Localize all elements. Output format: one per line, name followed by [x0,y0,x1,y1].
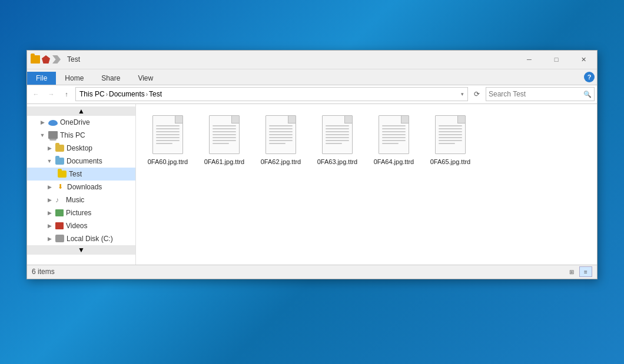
downloads-icon: ⬇ [55,183,65,191]
arrow-icon [52,55,61,64]
address-bar: ← → ↑ This PC › Documents › Test ▾ ⟳ 🔍 [27,85,597,104]
file-label: 0FA60.jpg.ttrd [148,158,188,166]
file-icon [320,114,355,156]
file-item[interactable]: 0FA64.jpg.ttrd [368,110,420,170]
folder-icon-documents [55,158,64,165]
sidebar-item-desktop[interactable]: ▶ Desktop [27,142,135,155]
file-icon [207,114,242,156]
sidebar-item-this-pc[interactable]: ▼ This PC [27,129,135,142]
expand-icon-pictures: ▶ [46,209,53,216]
address-path[interactable]: This PC › Documents › Test ▾ [75,87,468,101]
list-view-button[interactable]: ≡ [579,266,592,277]
folder-icon-desktop [55,145,64,152]
file-label: 0FA62.jpg.ttrd [261,158,301,166]
explorer-window: Test ─ □ ✕ File Home Share View ? ← → ↑ … [26,50,598,279]
main-area: ▲ ▶ OneDrive ▼ This PC ▶ Desktop [27,104,597,265]
expand-icon-documents: ▼ [46,158,53,165]
minimize-button[interactable]: ─ [516,50,543,69]
sidebar-label-documents: Documents [67,157,102,165]
refresh-button[interactable]: ⟳ [470,88,483,101]
grid-view-button[interactable]: ⊞ [565,266,578,277]
sidebar-label-videos: Videos [66,222,87,230]
sidebar-item-videos[interactable]: ▶ Videos [27,219,135,232]
search-input[interactable] [489,90,583,98]
expand-icon-videos: ▶ [46,222,53,229]
sidebar-label-this-pc: This PC [60,131,85,139]
tab-home[interactable]: Home [56,72,92,85]
title-bar-icons [27,55,65,64]
file-label: 0FA63.jpg.ttrd [317,158,358,166]
maximize-button[interactable]: □ [543,50,570,69]
expand-icon-this-pc: ▼ [39,132,46,139]
path-documents[interactable]: Documents [109,90,145,98]
window-title: Test [65,55,516,64]
file-label: 0FA64.jpg.ttrd [374,158,414,166]
file-label: 0FA65.jpg.ttrd [430,158,471,166]
file-icon [433,114,468,156]
sidebar-label-music: Music [66,196,84,204]
pictures-icon [55,209,64,216]
file-item[interactable]: 0FA62.jpg.ttrd [255,110,307,170]
expand-icon-onedrive: ▶ [39,119,46,126]
sidebar-item-local-disk[interactable]: ▶ Local Disk (C:) [27,232,135,245]
ribbon: File Home Share View ? [27,69,597,85]
sidebar-scroll-down[interactable]: ▼ [27,245,135,255]
sidebar-scroll-up[interactable]: ▲ [27,106,135,116]
path-dropdown-icon[interactable]: ▾ [461,91,464,97]
search-box[interactable]: 🔍 [486,87,595,101]
sidebar-label-pictures: Pictures [66,209,91,217]
sidebar-label-test: Test [69,170,82,178]
sidebar: ▲ ▶ OneDrive ▼ This PC ▶ Desktop [27,104,136,265]
path-test[interactable]: Test [149,90,162,98]
path-this-pc[interactable]: This PC [79,90,105,98]
file-icon [376,114,411,156]
pc-icon [48,131,58,139]
help-button[interactable]: ? [584,72,595,82]
file-grid: 0FA60.jpg.ttrd0FA61.jpg.ttrd0FA62.jpg.tt… [142,110,591,170]
tab-share[interactable]: Share [92,72,129,85]
file-icon [263,114,298,156]
file-icon [150,114,185,156]
expand-icon-downloads: ▶ [46,183,53,191]
tab-view[interactable]: View [129,72,162,85]
title-bar: Test ─ □ ✕ [27,51,597,69]
file-item[interactable]: 0FA60.jpg.ttrd [142,110,194,170]
sidebar-label-desktop: Desktop [67,144,92,152]
expand-icon-desktop: ▶ [46,145,53,152]
ribbon-tabs: File Home Share View ? [27,69,597,85]
sidebar-item-documents[interactable]: ▼ Documents [27,155,135,168]
close-button[interactable]: ✕ [570,50,597,69]
sidebar-label-onedrive: OneDrive [60,118,90,126]
sidebar-item-onedrive[interactable]: ▶ OneDrive [27,116,135,129]
file-item[interactable]: 0FA61.jpg.ttrd [198,110,250,170]
status-bar: 6 items ⊞ ≡ [27,265,597,279]
forward-button[interactable]: → [45,88,58,101]
folder-icon-test [58,171,67,178]
folder-icon-title [31,55,40,64]
sidebar-item-pictures[interactable]: ▶ Pictures [27,206,135,219]
cloud-icon [48,120,58,126]
path-sep-1: › [106,91,108,98]
file-label: 0FA61.jpg.ttrd [204,158,245,166]
sidebar-item-test[interactable]: Test [27,168,135,181]
view-buttons: ⊞ ≡ [565,266,592,277]
back-button[interactable]: ← [29,88,42,101]
file-item[interactable]: 0FA65.jpg.ttrd [424,110,476,170]
sidebar-label-downloads: Downloads [67,183,102,191]
file-item[interactable]: 0FA63.jpg.ttrd [311,110,363,170]
pin-icon [41,55,51,64]
videos-icon [55,222,64,229]
music-icon: ♪ [55,196,64,204]
status-item-count: 6 items [32,268,565,276]
file-area: 0FA60.jpg.ttrd0FA61.jpg.ttrd0FA62.jpg.tt… [136,104,597,265]
sidebar-item-music[interactable]: ▶ ♪ Music [27,193,135,206]
window-controls: ─ □ ✕ [516,50,597,69]
tab-file[interactable]: File [27,72,56,85]
expand-icon-local-disk: ▶ [46,235,53,242]
search-icon[interactable]: 🔍 [583,91,592,98]
up-button[interactable]: ↑ [60,88,73,101]
drive-icon [55,235,64,242]
path-sep-2: › [146,91,148,98]
sidebar-item-downloads[interactable]: ▶ ⬇ Downloads [27,181,135,193]
expand-icon-music: ▶ [46,196,53,203]
